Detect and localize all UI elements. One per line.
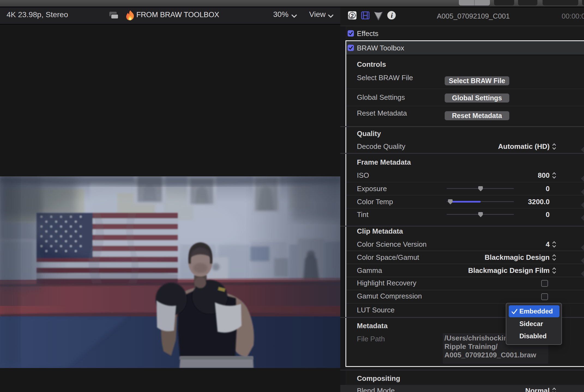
svg-text:2: 2 [351,13,354,19]
svg-text:i: i [391,11,393,19]
